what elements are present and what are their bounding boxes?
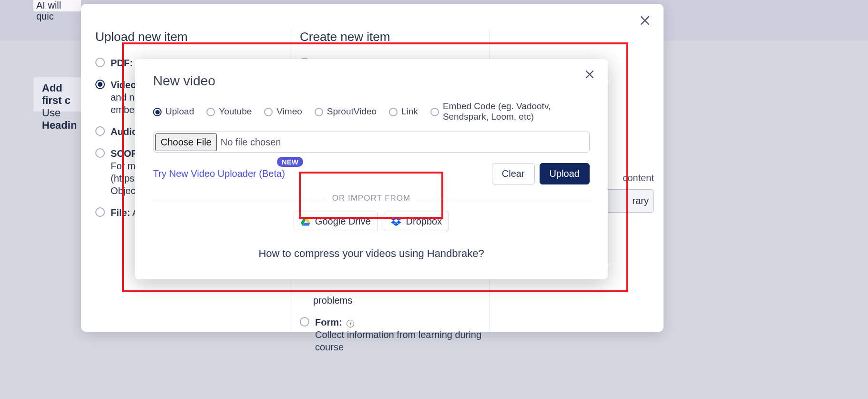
clear-button[interactable]: Clear — [492, 163, 535, 184]
radio-icon — [430, 108, 439, 116]
handbrake-link[interactable]: How to compress your videos using Handbr… — [153, 247, 590, 260]
bg-snippet-addfirst: Add first c Use Headin — [33, 77, 82, 112]
import-divider: OR IMPORT FROM — [153, 199, 590, 209]
modal-title: New video — [153, 73, 590, 89]
radio-icon — [315, 108, 323, 116]
option-fragment-problems: problems — [313, 294, 490, 307]
bg-snippet-ai: AI will quic — [33, 0, 81, 11]
google-drive-icon — [301, 217, 310, 226]
radio-icon — [300, 317, 309, 327]
new-badge: NEW — [277, 157, 303, 167]
dropbox-button[interactable]: Dropbox — [384, 212, 449, 231]
radio-icon — [95, 126, 105, 136]
source-link[interactable]: Link — [389, 106, 418, 117]
source-vimeo[interactable]: Vimeo — [264, 106, 302, 117]
close-icon[interactable] — [585, 70, 594, 79]
close-icon[interactable] — [640, 15, 650, 26]
option-form[interactable]: Form: iCollect information from learning… — [300, 316, 490, 353]
video-source-row: Upload Youtube Vimeo SproutVideo Link Em… — [153, 101, 590, 122]
create-column-header: Create new item — [300, 30, 490, 57]
source-sproutvideo[interactable]: SproutVideo — [315, 106, 377, 117]
source-embed[interactable]: Embed Code (eg. Vadootv, Sendspark, Loom… — [430, 101, 590, 122]
radio-icon — [95, 148, 105, 158]
source-youtube[interactable]: Youtube — [206, 106, 252, 117]
file-input-box[interactable]: Choose File No file chosen — [153, 132, 590, 153]
radio-icon — [206, 108, 215, 116]
radio-icon — [95, 80, 105, 89]
radio-icon — [264, 108, 273, 116]
bg-snippet-line2: Use Headin — [42, 107, 80, 132]
info-icon: i — [347, 320, 354, 327]
upload-column-header: Upload new item — [95, 30, 290, 57]
radio-icon — [389, 108, 398, 116]
choose-file-button[interactable]: Choose File — [155, 133, 217, 151]
source-upload[interactable]: Upload — [153, 106, 194, 117]
bg-snippet-line1: Add first c — [42, 82, 80, 107]
radio-icon — [153, 108, 162, 116]
new-video-modal: New video Upload Youtube Vimeo SproutVid… — [135, 59, 608, 279]
google-drive-button[interactable]: Google Drive — [294, 212, 378, 231]
radio-icon — [95, 207, 105, 217]
try-uploader-link[interactable]: NEW Try New Video Uploader (Beta) — [153, 168, 285, 179]
file-status: No file chosen — [221, 137, 281, 148]
dropbox-icon — [391, 217, 401, 226]
radio-icon — [95, 58, 105, 67]
upload-button[interactable]: Upload — [540, 163, 590, 184]
